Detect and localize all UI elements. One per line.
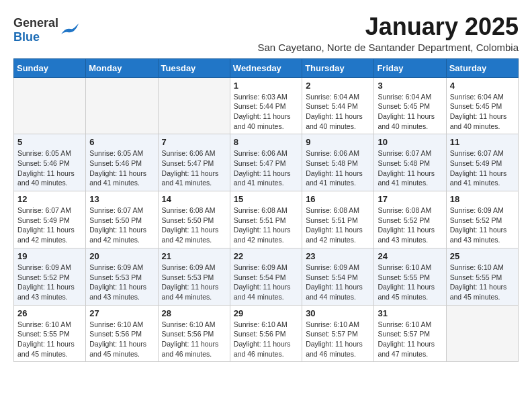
day-info: Sunrise: 6:08 AM Sunset: 5:52 PM Dayligh… <box>378 205 442 245</box>
day-number: 11 <box>450 137 515 147</box>
calendar-title: January 2025 <box>257 13 519 40</box>
calendar-table: SundayMondayTuesdayWednesdayThursdayFrid… <box>13 58 519 363</box>
day-number: 28 <box>162 308 226 318</box>
day-number: 26 <box>17 308 82 318</box>
week-row-4: 19Sunrise: 6:09 AM Sunset: 5:52 PM Dayli… <box>14 248 519 305</box>
day-number: 3 <box>378 81 442 91</box>
day-info: Sunrise: 6:09 AM Sunset: 5:52 PM Dayligh… <box>450 205 515 245</box>
calendar-cell: 20Sunrise: 6:09 AM Sunset: 5:53 PM Dayli… <box>86 248 158 305</box>
day-info: Sunrise: 6:07 AM Sunset: 5:50 PM Dayligh… <box>89 205 154 245</box>
day-number: 25 <box>450 251 515 261</box>
day-number: 15 <box>234 194 298 204</box>
header: General Blue January 2025 San Cayetano, … <box>13 13 519 53</box>
week-row-3: 12Sunrise: 6:07 AM Sunset: 5:49 PM Dayli… <box>14 191 519 248</box>
day-number: 5 <box>17 137 82 147</box>
weekday-header-saturday: Saturday <box>446 58 518 77</box>
day-info: Sunrise: 6:08 AM Sunset: 5:51 PM Dayligh… <box>306 205 370 245</box>
day-info: Sunrise: 6:05 AM Sunset: 5:46 PM Dayligh… <box>89 148 154 188</box>
day-number: 17 <box>378 194 442 204</box>
calendar-cell: 7Sunrise: 6:06 AM Sunset: 5:47 PM Daylig… <box>158 134 230 191</box>
day-info: Sunrise: 6:06 AM Sunset: 5:47 PM Dayligh… <box>234 148 298 188</box>
weekday-header-row: SundayMondayTuesdayWednesdayThursdayFrid… <box>14 58 519 77</box>
logo-text: General Blue <box>13 16 58 44</box>
day-number: 4 <box>450 81 515 91</box>
day-info: Sunrise: 6:05 AM Sunset: 5:46 PM Dayligh… <box>17 148 82 188</box>
calendar-cell: 28Sunrise: 6:10 AM Sunset: 5:56 PM Dayli… <box>158 305 230 362</box>
day-number: 18 <box>450 194 515 204</box>
calendar-cell: 11Sunrise: 6:07 AM Sunset: 5:49 PM Dayli… <box>446 134 518 191</box>
calendar-cell <box>86 77 158 134</box>
calendar-cell: 1Sunrise: 6:03 AM Sunset: 5:44 PM Daylig… <box>230 77 302 134</box>
calendar-cell: 18Sunrise: 6:09 AM Sunset: 5:52 PM Dayli… <box>446 191 518 248</box>
calendar-cell <box>158 77 230 134</box>
day-number: 16 <box>306 194 370 204</box>
calendar-cell: 31Sunrise: 6:10 AM Sunset: 5:57 PM Dayli… <box>374 305 446 362</box>
weekday-header-sunday: Sunday <box>14 58 86 77</box>
calendar-cell: 2Sunrise: 6:04 AM Sunset: 5:44 PM Daylig… <box>302 77 374 134</box>
day-info: Sunrise: 6:06 AM Sunset: 5:48 PM Dayligh… <box>306 148 370 188</box>
day-number: 8 <box>234 137 298 147</box>
week-row-2: 5Sunrise: 6:05 AM Sunset: 5:46 PM Daylig… <box>14 134 519 191</box>
calendar-cell: 23Sunrise: 6:09 AM Sunset: 5:54 PM Dayli… <box>302 248 374 305</box>
calendar-cell <box>446 305 518 362</box>
day-info: Sunrise: 6:10 AM Sunset: 5:56 PM Dayligh… <box>234 320 298 359</box>
calendar-cell: 15Sunrise: 6:08 AM Sunset: 5:51 PM Dayli… <box>230 191 302 248</box>
day-number: 12 <box>17 194 82 204</box>
calendar-cell: 26Sunrise: 6:10 AM Sunset: 5:55 PM Dayli… <box>14 305 86 362</box>
calendar-cell: 10Sunrise: 6:07 AM Sunset: 5:48 PM Dayli… <box>374 134 446 191</box>
calendar-cell: 24Sunrise: 6:10 AM Sunset: 5:55 PM Dayli… <box>374 248 446 305</box>
calendar-cell: 13Sunrise: 6:07 AM Sunset: 5:50 PM Dayli… <box>86 191 158 248</box>
day-info: Sunrise: 6:10 AM Sunset: 5:55 PM Dayligh… <box>450 263 515 302</box>
day-number: 20 <box>89 251 154 261</box>
logo: General Blue <box>13 16 80 44</box>
day-number: 9 <box>306 137 370 147</box>
calendar-cell: 29Sunrise: 6:10 AM Sunset: 5:56 PM Dayli… <box>230 305 302 362</box>
day-number: 27 <box>89 308 154 318</box>
calendar-cell: 6Sunrise: 6:05 AM Sunset: 5:46 PM Daylig… <box>86 134 158 191</box>
day-info: Sunrise: 6:04 AM Sunset: 5:45 PM Dayligh… <box>450 92 515 132</box>
day-info: Sunrise: 6:07 AM Sunset: 5:49 PM Dayligh… <box>450 148 515 188</box>
day-number: 6 <box>89 137 154 147</box>
day-info: Sunrise: 6:03 AM Sunset: 5:44 PM Dayligh… <box>234 92 298 132</box>
calendar-cell: 17Sunrise: 6:08 AM Sunset: 5:52 PM Dayli… <box>374 191 446 248</box>
day-info: Sunrise: 6:08 AM Sunset: 5:51 PM Dayligh… <box>234 205 298 245</box>
weekday-header-monday: Monday <box>86 58 158 77</box>
day-info: Sunrise: 6:10 AM Sunset: 5:57 PM Dayligh… <box>378 320 442 359</box>
calendar-cell: 16Sunrise: 6:08 AM Sunset: 5:51 PM Dayli… <box>302 191 374 248</box>
day-number: 22 <box>234 251 298 261</box>
day-info: Sunrise: 6:04 AM Sunset: 5:44 PM Dayligh… <box>306 92 370 132</box>
calendar-cell: 22Sunrise: 6:09 AM Sunset: 5:54 PM Dayli… <box>230 248 302 305</box>
calendar-cell: 8Sunrise: 6:06 AM Sunset: 5:47 PM Daylig… <box>230 134 302 191</box>
title-area: January 2025 San Cayetano, Norte de Sant… <box>257 13 519 53</box>
day-info: Sunrise: 6:04 AM Sunset: 5:45 PM Dayligh… <box>378 92 442 132</box>
day-info: Sunrise: 6:09 AM Sunset: 5:53 PM Dayligh… <box>89 263 154 302</box>
day-number: 31 <box>378 308 442 318</box>
calendar-cell: 3Sunrise: 6:04 AM Sunset: 5:45 PM Daylig… <box>374 77 446 134</box>
calendar-cell: 25Sunrise: 6:10 AM Sunset: 5:55 PM Dayli… <box>446 248 518 305</box>
calendar-cell: 14Sunrise: 6:08 AM Sunset: 5:50 PM Dayli… <box>158 191 230 248</box>
day-number: 21 <box>162 251 226 261</box>
day-number: 23 <box>306 251 370 261</box>
weekday-header-thursday: Thursday <box>302 58 374 77</box>
weekday-header-tuesday: Tuesday <box>158 58 230 77</box>
calendar-cell: 27Sunrise: 6:10 AM Sunset: 5:56 PM Dayli… <box>86 305 158 362</box>
calendar-cell: 12Sunrise: 6:07 AM Sunset: 5:49 PM Dayli… <box>14 191 86 248</box>
day-info: Sunrise: 6:10 AM Sunset: 5:55 PM Dayligh… <box>378 263 442 302</box>
calendar-cell: 5Sunrise: 6:05 AM Sunset: 5:46 PM Daylig… <box>14 134 86 191</box>
calendar-subtitle: San Cayetano, Norte de Santander Departm… <box>257 42 519 53</box>
day-number: 19 <box>17 251 82 261</box>
day-number: 30 <box>306 308 370 318</box>
day-info: Sunrise: 6:10 AM Sunset: 5:56 PM Dayligh… <box>162 320 226 359</box>
day-info: Sunrise: 6:10 AM Sunset: 5:56 PM Dayligh… <box>89 320 154 359</box>
day-number: 1 <box>234 81 298 91</box>
logo-bird-icon <box>60 22 80 38</box>
weekday-header-friday: Friday <box>374 58 446 77</box>
day-info: Sunrise: 6:08 AM Sunset: 5:50 PM Dayligh… <box>162 205 226 245</box>
day-info: Sunrise: 6:09 AM Sunset: 5:54 PM Dayligh… <box>306 263 370 302</box>
calendar-cell: 4Sunrise: 6:04 AM Sunset: 5:45 PM Daylig… <box>446 77 518 134</box>
day-number: 13 <box>89 194 154 204</box>
calendar-cell <box>14 77 86 134</box>
calendar-cell: 30Sunrise: 6:10 AM Sunset: 5:57 PM Dayli… <box>302 305 374 362</box>
day-info: Sunrise: 6:07 AM Sunset: 5:49 PM Dayligh… <box>17 205 82 245</box>
day-info: Sunrise: 6:06 AM Sunset: 5:47 PM Dayligh… <box>162 148 226 188</box>
